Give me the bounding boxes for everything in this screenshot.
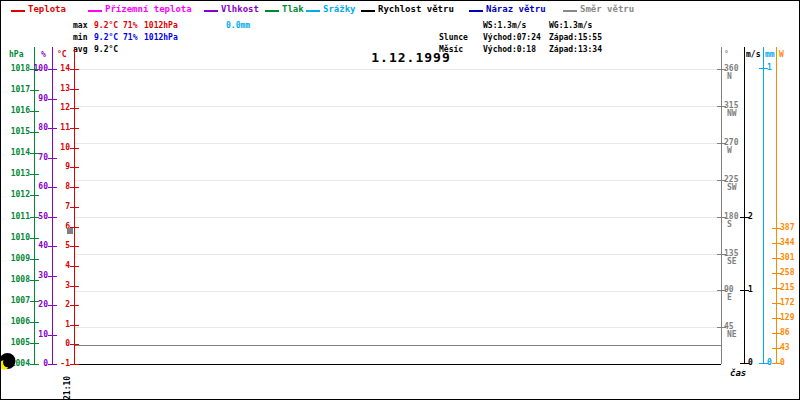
rain-axis-line — [763, 47, 764, 364]
legend-item-label: Směr větru — [580, 4, 634, 14]
gridline — [74, 69, 721, 70]
wind-direction-label: N — [727, 73, 732, 81]
axis-tick-label: 0 — [780, 359, 785, 367]
wind-direction-label: W — [727, 147, 732, 155]
xaxis-caption: čas — [730, 368, 746, 378]
wind-direction-label: NW — [727, 110, 737, 118]
axis-tick-label: 129 — [780, 314, 794, 322]
axis-tick — [48, 99, 57, 100]
sunrise-value: Východ:07:24 — [483, 33, 549, 42]
sunset-value: Západ:15:55 — [549, 33, 602, 42]
axis-tick-label: 344 — [780, 239, 794, 247]
legend-item-label: Rychlost větru — [378, 4, 454, 14]
axis-tick-label: 1009 — [4, 255, 30, 263]
pressure-axis-unit-label: hPa — [9, 50, 23, 59]
legend-color-dash — [306, 10, 320, 12]
legend-item-label: Přízemní teplota — [105, 4, 192, 14]
axis-tick-label: 70 — [22, 154, 48, 162]
axis-tick-label: 0 — [748, 359, 753, 367]
legend-item-label: Vlhkost — [221, 4, 259, 14]
legend-item-label: Náraz větru — [486, 4, 546, 14]
axis-tick — [70, 344, 79, 345]
axis-tick-label: 301 — [780, 254, 794, 262]
axis-tick-label: 50 — [22, 213, 48, 221]
axis-tick — [30, 322, 39, 323]
plot-bottom-axis-line — [74, 364, 721, 365]
axis-tick — [48, 335, 57, 336]
legend-color-dash — [11, 10, 25, 12]
legend-color-dash — [204, 10, 218, 12]
stat-value: 71% — [123, 21, 137, 30]
legend-color-dash — [469, 10, 483, 12]
stat-row-label-avg: avg — [73, 45, 87, 54]
axis-tick-label: 5 — [44, 242, 70, 250]
rain-axis-unit-label: mm — [765, 50, 775, 59]
gridline — [74, 291, 721, 292]
axis-tick-label: 43 — [780, 344, 790, 352]
axis-tick-label: 30 — [22, 272, 48, 280]
axis-tick-label: 14 — [44, 65, 70, 73]
axis-tick — [70, 187, 79, 188]
axis-tick-label: 3 — [44, 282, 70, 290]
wind-direction-label: SW — [727, 184, 737, 192]
wind-info-row: WS:1.3m/sWG:1.3m/s — [439, 21, 592, 30]
sun-info-row: SlunceVýchod:07:24Západ:15:55 — [439, 33, 602, 42]
axis-tick — [30, 195, 39, 196]
axis-tick-label: 1017 — [4, 86, 30, 94]
gridline — [74, 254, 721, 255]
gridline — [74, 143, 721, 144]
stat-row-label-min: min — [73, 33, 87, 42]
temperature-axis-unit-label: °C — [57, 50, 67, 59]
axis-tick-label: 1012 — [4, 191, 30, 199]
weather-chart: TeplotaPřízemní teplotaVlhkostTlakSrážky… — [0, 0, 800, 400]
axis-tick-label: 11 — [44, 124, 70, 132]
axis-tick-label: 0 — [44, 340, 70, 348]
stat-value: 0.0mm — [226, 21, 250, 30]
wind-direction-label: S — [727, 221, 732, 229]
legend-item-label: Tlak — [282, 4, 304, 14]
axis-tick — [70, 305, 79, 306]
legend-color-dash — [563, 10, 577, 12]
legend-color-dash — [265, 10, 279, 12]
wind-direction-axis-line — [721, 47, 722, 364]
axis-tick — [30, 111, 39, 112]
axis-tick-label: 10 — [22, 331, 48, 339]
stat-value: 1012hPa — [144, 21, 178, 30]
stat-row-label-max: max — [73, 21, 87, 30]
wind-direction-axis-unit-label: ° — [724, 50, 729, 59]
axis-tick-label: 172 — [780, 299, 794, 307]
axis-tick-label: 13 — [44, 85, 70, 93]
radiation-axis-unit-label: W — [779, 50, 784, 59]
wind-speed-axis-line — [744, 47, 745, 364]
axis-tick — [70, 89, 79, 90]
axis-tick — [70, 148, 79, 149]
axis-tick-label: 86 — [780, 329, 790, 337]
axis-tick-label: 215 — [780, 284, 794, 292]
axis-tick-label: 1 — [767, 64, 772, 72]
legend-item-label: Srážky — [323, 4, 356, 14]
time-tick-label: 21:10 — [62, 370, 74, 400]
wind-direction-label: E — [727, 294, 732, 302]
axis-tick-label: 7 — [44, 203, 70, 211]
stat-value: 71% — [123, 33, 137, 42]
stat-value: 9.2°C — [94, 21, 118, 30]
moon-phase-icon — [1, 352, 17, 370]
axis-tick-label: 2 — [44, 301, 70, 309]
radiation-axis-line — [776, 47, 777, 364]
axis-tick — [48, 217, 57, 218]
axis-tick — [30, 343, 39, 344]
wind-direction-label: NE — [727, 331, 737, 339]
axis-tick-label: 1 — [748, 286, 753, 294]
legend-item-label: Teplota — [28, 4, 66, 14]
axis-tick — [70, 108, 79, 109]
axis-tick — [30, 132, 39, 133]
axis-tick-label: 1 — [44, 321, 70, 329]
sun-label: Slunce — [439, 33, 483, 42]
axis-tick — [30, 259, 39, 260]
axis-tick — [70, 325, 79, 326]
axis-tick-label: 258 — [780, 269, 794, 277]
gridline — [74, 217, 721, 218]
humidity-axis-unit-label: % — [41, 50, 46, 59]
axis-tick-label: 4 — [44, 262, 70, 270]
axis-tick-label: 1013 — [4, 170, 30, 178]
